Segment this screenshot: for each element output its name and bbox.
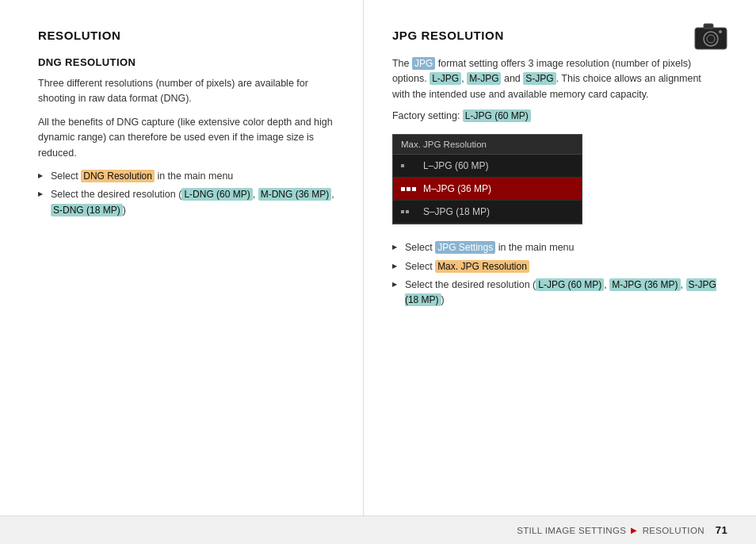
camera-icon [694,22,727,51]
sub-title-dng: DNG RESOLUTION [38,56,334,68]
jpg-item-medium-icon [401,187,417,191]
dng-bullet-list: Select DNG Resolution in the main menu S… [38,169,334,218]
section-title-jpg: JPG RESOLUTION [392,29,718,42]
jpg-settings-tag: JPG Settings [435,241,495,254]
dng-resolution-tag: DNG Resolution [81,170,155,182]
jpg-bullet-2: Select Max. JPG Resolution [392,259,718,274]
dng-bullet-1-after: in the main menu [155,170,233,182]
factory-label: Factory setting: L-JPG (60 MP) [392,110,718,121]
dng-bullet-1-before: Select [51,170,81,182]
svg-rect-1 [704,24,713,29]
factory-value-tag: L-JPG (60 MP) [463,109,531,122]
jpg-item-medium: M–JPG (36 MP) [393,178,582,201]
jpg-bullet-1-after: in the main menu [495,242,574,253]
jpg-item-small: S–JPG (18 MP) [393,201,582,224]
page-content: RESOLUTION DNG RESOLUTION Three differen… [0,0,756,544]
footer-page-number: 71 [716,524,727,536]
mdng-tag: M-DNG (36 MP) [258,188,332,201]
jpg-item-small-icon [401,210,417,213]
footer-text: STILL IMAGE SETTINGS ▶ RESOLUTION 71 [517,524,727,536]
jpg-screen-title: Max. JPG Resolution [393,135,582,155]
camera-icon-wrap [694,22,727,51]
ljpg-intro-tag: L-JPG [430,72,461,85]
right-column: JPG RESOLUTION The JPG format setting of… [363,0,756,544]
jpg-item-large-icon [401,164,417,167]
dng-bullet-2: Select the desired resolution (L-DNG (60… [38,187,334,218]
mjpg-intro-tag: M-JPG [467,72,501,85]
svg-point-4 [719,30,722,33]
footer-breadcrumb-left: STILL IMAGE SETTINGS [517,526,626,535]
sdng-tag: S-DNG (18 MP) [51,204,123,216]
jpg-intro: The JPG format setting offers 3 image re… [392,56,718,102]
dng-para2: All the benefits of DNG capture (like ex… [38,115,334,161]
section-title-resolution: RESOLUTION [38,29,334,42]
footer: STILL IMAGE SETTINGS ▶ RESOLUTION 71 [0,515,756,544]
jpg-item-small-label: S–JPG (18 MP) [423,206,490,217]
jpg-bullet-list: Select JPG Settings in the main menu Sel… [392,240,718,308]
jpg-resolution-screen: Max. JPG Resolution L–JPG (60 MP) M–JPG … [392,134,582,224]
jpg-bullet-2-before: Select [405,261,435,272]
sjpg-intro-tag: S-JPG [523,72,556,85]
footer-arrow-icon: ▶ [631,526,637,534]
jpg-tag: JPG [412,57,435,70]
ldng-tag: L-DNG (60 MP) [181,188,252,201]
left-column: RESOLUTION DNG RESOLUTION Three differen… [0,0,363,544]
jpg-bullet-3-content: Select the desired resolution (L-JPG (60… [405,278,716,306]
jpg-item-large: L–JPG (60 MP) [393,155,582,178]
dng-bullet-2-before: Select the desired resolution (L-DNG (60… [51,188,334,216]
jpg-bullet-1-before: Select [405,242,435,253]
jpg-item-medium-label: M–JPG (36 MP) [423,183,491,194]
jpg-item-large-label: L–JPG (60 MP) [423,160,489,171]
jpg-bullet-1: Select JPG Settings in the main menu [392,240,718,255]
ljpg-res-tag: L-JPG (60 MP) [536,278,604,291]
jpg-bullet-3: Select the desired resolution (L-JPG (60… [392,278,718,308]
max-jpg-res-tag: Max. JPG Resolution [435,260,529,273]
dng-bullet-1: Select DNG Resolution in the main menu [38,169,334,184]
footer-breadcrumb-right: RESOLUTION [643,526,704,535]
dng-para1: Three different resolutions (number of p… [38,76,334,107]
mjpg-res-tag: M-JPG (36 MP) [609,278,680,291]
